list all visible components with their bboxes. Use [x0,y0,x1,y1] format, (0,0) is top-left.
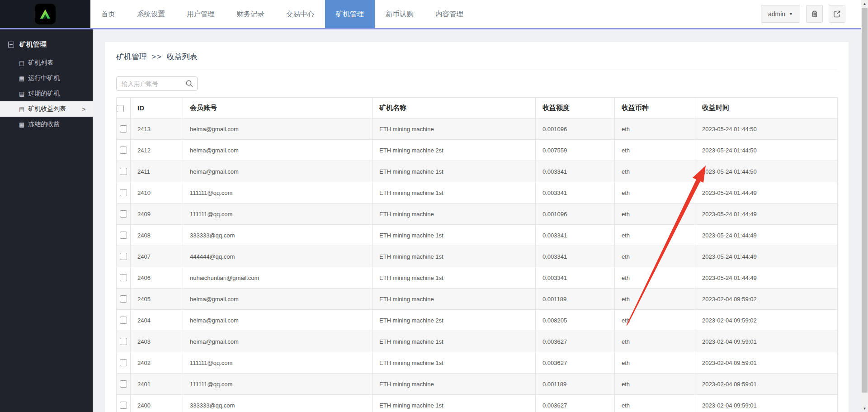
sidebar-item-0[interactable]: ▤矿机列表 [0,55,93,71]
cell-coin: eth [615,118,695,140]
cell-amount: 0.007559 [536,140,615,161]
row-checkbox[interactable] [120,359,127,366]
nav-tab-4[interactable]: 交易中心 [275,0,325,28]
table-row: 2412heima@gmail.comETH mining machine 2s… [117,140,838,161]
sidebar-item-1[interactable]: ▤运行中矿机 [0,71,93,86]
cell-id: 2413 [131,118,183,140]
search-area [116,76,198,91]
breadcrumb-separator: >> [151,52,162,62]
row-checkbox[interactable] [120,232,127,239]
sidebar-items: ▤矿机列表▤运行中矿机▤过期的矿机▤矿机收益列表>▤冻结的收益 [0,55,93,132]
cell-id: 2405 [131,289,183,310]
app-logo[interactable] [35,4,56,24]
cell-coin: eth [615,331,695,352]
row-checkbox[interactable] [120,402,127,409]
nav-tab-1[interactable]: 系统设置 [126,0,176,28]
col-header-machine: 矿机名称 [373,98,536,118]
scroll-down-icon[interactable]: ▼ [861,405,868,412]
cell-time: 2023-05-24 01:44:50 [695,161,838,182]
cell-amount: 0.003627 [536,352,615,374]
sidebar-section-label: 矿机管理 [19,40,47,49]
cell-id: 2411 [131,161,183,182]
sidebar-item-2[interactable]: ▤过期的矿机 [0,86,93,101]
cell-id: 2402 [131,352,183,374]
document-icon: ▤ [19,91,24,97]
cell-account: heima@gmail.com [183,140,373,161]
main-content: 矿机管理 >> 收益列表 ID 会员账号 矿机名称 收益额度 [93,29,861,412]
dropdown-caret-icon: ▼ [789,12,793,16]
cell-account: heima@gmail.com [183,289,373,310]
table-row: 2403heima@gmail.comETH mining machine 1s… [117,331,838,352]
top-navbar: 首页系统设置用户管理财务记录交易中心矿机管理新币认购内容管理 admin ▼ [0,0,868,28]
sidebar-item-4[interactable]: ▤冻结的收益 [0,117,93,132]
scroll-up-icon[interactable]: ▲ [861,0,868,7]
nav-tabs: 首页系统设置用户管理财务记录交易中心矿机管理新币认购内容管理 [90,0,474,28]
table-row: 2400333333@qq.comETH mining machine 1st0… [117,395,838,412]
cell-amount: 0.003341 [536,246,615,267]
table-row: 2409111111@qq.comETH mining machine0.001… [117,204,838,225]
breadcrumb-parent[interactable]: 矿机管理 [116,52,147,62]
row-checkbox[interactable] [120,253,127,260]
cell-machine: ETH mining machine [373,374,536,395]
cell-time: 2023-05-24 01:44:50 [695,140,838,161]
sidebar-section-mining[interactable]: 矿机管理 [0,29,93,55]
sidebar-item-3[interactable]: ▤矿机收益列表> [0,101,93,117]
trash-button[interactable] [806,5,823,23]
col-header-coin: 收益币种 [615,98,695,118]
nav-tab-5[interactable]: 矿机管理 [325,0,375,28]
cell-account: heima@gmail.com [183,118,373,140]
select-all-checkbox[interactable] [117,105,124,112]
breadcrumb: 矿机管理 >> 收益列表 [116,42,837,62]
cell-machine: ETH mining machine 1st [373,225,536,246]
row-checkbox[interactable] [120,168,127,175]
cell-time: 2023-02-04 09:59:02 [695,310,838,331]
cell-id: 2404 [131,310,183,331]
row-checkbox[interactable] [120,125,127,133]
cell-coin: eth [615,310,695,331]
row-checkbox[interactable] [120,210,127,218]
nav-tab-3[interactable]: 财务记录 [226,0,275,28]
scrollbar-thumb[interactable] [862,8,868,393]
col-header-time: 收益时间 [695,98,838,118]
cell-coin: eth [615,225,695,246]
cell-coin: eth [615,204,695,225]
cell-coin: eth [615,182,695,204]
cell-coin: eth [615,352,695,374]
export-button[interactable] [829,5,845,23]
cell-account: 111111@qq.com [183,204,373,225]
collapse-icon [8,42,14,47]
cell-account: 111111@qq.com [183,352,373,374]
breadcrumb-current: 收益列表 [167,52,198,62]
row-checkbox[interactable] [120,147,127,154]
nav-tab-6[interactable]: 新币认购 [375,0,425,28]
cell-time: 2023-05-24 01:44:49 [695,246,838,267]
row-checkbox[interactable] [120,189,127,196]
row-checkbox[interactable] [120,274,127,281]
cell-machine: ETH mining machine [373,118,536,140]
table-header-row: ID 会员账号 矿机名称 收益额度 收益币种 收益时间 [117,98,838,118]
admin-menu-button[interactable]: admin ▼ [761,5,800,23]
cell-amount: 0.003627 [536,395,615,412]
cell-account: 333333@qq.com [183,395,373,412]
nav-tab-0[interactable]: 首页 [90,0,126,28]
table-row: 2406nuhaichuntian@gmail.comETH mining ma… [117,267,838,289]
admin-label: admin [768,10,785,18]
row-checkbox[interactable] [120,380,127,388]
row-checkbox[interactable] [120,338,127,345]
cell-machine: ETH mining machine 1st [373,395,536,412]
sidebar-item-label: 运行中矿机 [28,74,60,82]
table-row: 2402111111@qq.comETH mining machine 1st0… [117,352,838,374]
search-icon[interactable] [185,80,193,88]
cell-amount: 0.001096 [536,118,615,140]
nav-tab-2[interactable]: 用户管理 [176,0,226,28]
document-icon: ▤ [19,106,24,112]
nav-tab-7[interactable]: 内容管理 [425,0,474,28]
cell-machine: ETH mining machine [373,204,536,225]
cell-account: heima@gmail.com [183,331,373,352]
table-row: 2405heima@gmail.comETH mining machine0.0… [117,289,838,310]
row-checkbox[interactable] [120,295,127,303]
trash-icon [811,10,818,18]
table-row: 2407444444@qq.comETH mining machine 1st0… [117,246,838,267]
row-checkbox[interactable] [120,317,127,324]
cell-coin: eth [615,374,695,395]
